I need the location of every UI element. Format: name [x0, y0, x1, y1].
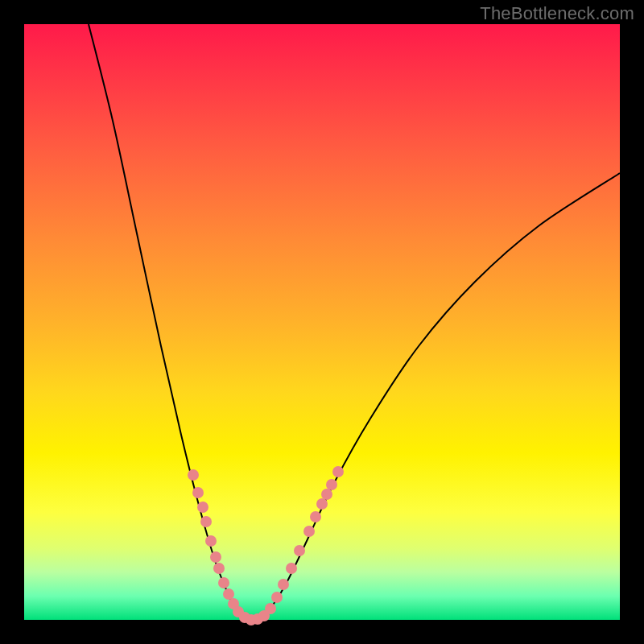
data-point [271, 592, 283, 603]
chart-area [24, 24, 620, 620]
data-point [326, 479, 337, 490]
data-point [197, 502, 208, 513]
data-point [310, 511, 321, 522]
watermark-text: TheBottleneck.com [480, 3, 634, 24]
data-point [188, 469, 199, 481]
data-point [303, 526, 315, 537]
bottleneck-curve-plot [24, 24, 620, 620]
curve-right [251, 173, 620, 620]
data-point [200, 516, 212, 527]
data-point [294, 545, 305, 556]
data-point [205, 535, 217, 547]
data-points [188, 466, 344, 625]
data-point [265, 603, 276, 614]
data-point [213, 563, 225, 574]
curve-left [89, 24, 251, 620]
data-point [332, 466, 344, 477]
data-point [223, 588, 234, 600]
data-point [316, 498, 328, 510]
data-point [286, 563, 297, 574]
data-point [210, 551, 221, 563]
data-point [321, 489, 332, 500]
data-point [218, 577, 229, 588]
data-point [278, 579, 289, 590]
data-point [192, 487, 204, 498]
